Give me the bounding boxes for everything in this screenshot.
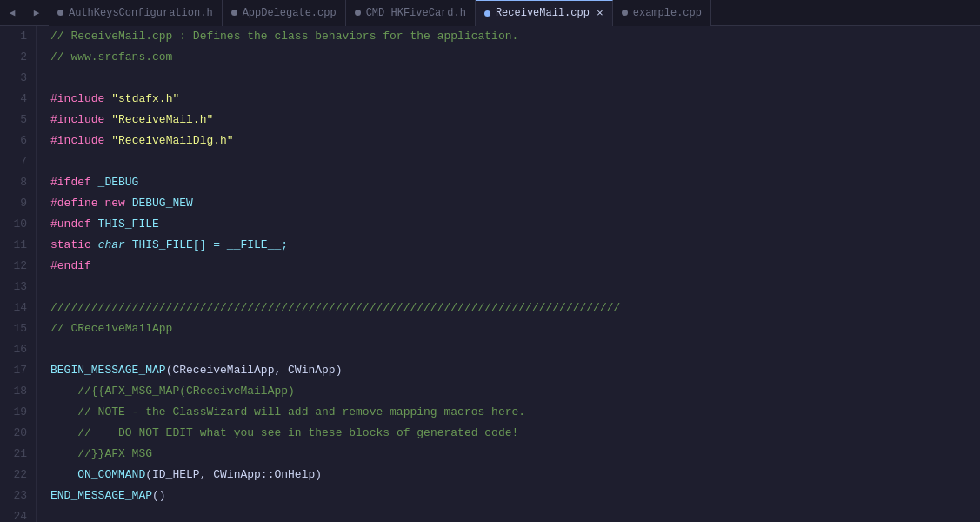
code-line: // NOTE - the ClassWizard will add and r… [50, 402, 980, 423]
line-number: 14 [0, 298, 27, 318]
editor: 123456789101112131415161718192021222324 … [0, 26, 980, 522]
code-line: BEGIN_MESSAGE_MAP(CReceiveMailApp, CWinA… [50, 360, 980, 381]
token: // ReceiveMail.cpp : Defines the class b… [50, 30, 518, 43]
code-line: #include "ReceiveMailDlg.h" [50, 130, 980, 151]
code-line: //}}AFX_MSG [50, 444, 980, 465]
token: // www.srcfans.com [50, 50, 172, 64]
line-number: 16 [0, 339, 27, 360]
code-line [50, 277, 980, 298]
token: the [145, 405, 165, 418]
tab-dot [57, 10, 63, 16]
line-number: 4 [0, 89, 27, 110]
line-number: 10 [0, 214, 27, 235]
token: #endif [50, 259, 91, 272]
token: these [308, 426, 342, 439]
code-line [50, 151, 980, 172]
token: #include [50, 92, 104, 105]
line-number: 13 [0, 277, 27, 298]
token: #ifdef [50, 176, 91, 189]
line-numbers: 123456789101112131415161718192021222324 [0, 26, 37, 522]
token: new [98, 197, 125, 210]
line-number: 24 [0, 506, 27, 522]
token: // CReceiveMailApp [50, 322, 172, 335]
code-line [50, 506, 980, 522]
line-number: 17 [0, 360, 27, 381]
code-line: #include "ReceiveMail.h" [50, 110, 980, 130]
token: ClassWizard will add and remove mapping … [166, 405, 525, 418]
tab-dot [355, 10, 361, 16]
token: "ReceiveMailDlg.h" [111, 134, 233, 147]
tab-AuthKeysConfiguration-h[interactable]: AuthKeysConfiguration.h [49, 0, 223, 26]
token: (ID_HELP, CWinApp::OnHelp) [145, 468, 322, 481]
tab-close-icon[interactable]: × [597, 8, 603, 19]
tab-example-cpp[interactable]: example.cpp [613, 0, 711, 26]
tab-label: example.cpp [633, 7, 702, 19]
tab-AppDelegate-cpp[interactable]: AppDelegate.cpp [223, 0, 346, 26]
code-line [50, 339, 980, 360]
token: _DEBUG [91, 176, 139, 189]
tab-nav-next[interactable]: ▶ [24, 0, 49, 26]
line-number: 15 [0, 318, 27, 339]
token: // DO NOT EDIT what you see in [50, 426, 308, 439]
code-line: //{{AFX_MSG_MAP(CReceiveMailApp) [50, 381, 980, 402]
token: blocks of generated code! [342, 426, 518, 439]
tab-dot [484, 10, 490, 17]
token: THIS_FILE [91, 218, 159, 231]
line-number: 6 [0, 130, 27, 151]
token: BEGIN_MESSAGE_MAP [50, 364, 166, 377]
line-number: 18 [0, 381, 27, 402]
token: THIS_FILE[] = __FILE__; [125, 238, 288, 251]
code-line: static char THIS_FILE[] = __FILE__; [50, 235, 980, 256]
code-line: END_MESSAGE_MAP() [50, 485, 980, 506]
line-number: 7 [0, 151, 27, 172]
token: #include [50, 113, 104, 126]
token: char [98, 238, 125, 251]
code-line: // DO NOT EDIT what you see in these blo… [50, 423, 980, 444]
code-area[interactable]: // ReceiveMail.cpp : Defines the class b… [37, 26, 980, 522]
token: #include [50, 134, 104, 147]
token: // NOTE - [50, 405, 145, 418]
token [91, 238, 98, 251]
code-line: #include "stdafx.h" [50, 89, 980, 110]
code-line: #ifdef _DEBUG [50, 172, 980, 193]
code-line: #undef THIS_FILE [50, 214, 980, 235]
line-number: 20 [0, 423, 27, 444]
line-number: 21 [0, 444, 27, 465]
token: //{{AFX_MSG_MAP(CReceiveMailApp) [50, 385, 295, 398]
tab-nav-prev[interactable]: ◀ [0, 0, 24, 26]
token: static [50, 238, 91, 251]
tab-dot [231, 10, 237, 16]
line-number: 12 [0, 256, 27, 277]
line-number: 23 [0, 485, 27, 506]
code-line: ON_COMMAND(ID_HELP, CWinApp::OnHelp) [50, 465, 980, 485]
code-line: ////////////////////////////////////////… [50, 298, 980, 318]
code-line: #endif [50, 256, 980, 277]
line-number: 22 [0, 465, 27, 485]
line-number: 3 [0, 68, 27, 89]
token: END_MESSAGE_MAP [50, 489, 152, 502]
token: #undef [50, 218, 91, 231]
line-number: 11 [0, 235, 27, 256]
code-line: // www.srcfans.com [50, 47, 980, 68]
token: #define [50, 197, 98, 210]
code-line: // ReceiveMail.cpp : Defines the class b… [50, 26, 980, 47]
token: //}}AFX_MSG [50, 447, 152, 460]
token: () [152, 489, 166, 502]
line-number: 2 [0, 47, 27, 68]
line-number: 9 [0, 193, 27, 214]
tab-label: CMD_HKFiveCard.h [366, 7, 466, 19]
code-line: #define new DEBUG_NEW [50, 193, 980, 214]
line-number: 1 [0, 26, 27, 47]
line-number: 8 [0, 172, 27, 193]
tab-label: AppDelegate.cpp [243, 7, 337, 19]
code-line [50, 68, 980, 89]
code-line: // CReceiveMailApp [50, 318, 980, 339]
tab-label: ReceiveMail.cpp [496, 7, 590, 19]
tab-dot [622, 10, 628, 16]
tab-ReceiveMail-cpp[interactable]: ReceiveMail.cpp× [476, 0, 613, 26]
tab-CMD_HKFiveCard-h[interactable]: CMD_HKFiveCard.h [346, 0, 476, 26]
tab-label: AuthKeysConfiguration.h [69, 7, 213, 19]
token: ////////////////////////////////////////… [50, 301, 620, 314]
token: DEBUG_NEW [125, 197, 193, 210]
token: "ReceiveMail.h" [111, 113, 213, 126]
